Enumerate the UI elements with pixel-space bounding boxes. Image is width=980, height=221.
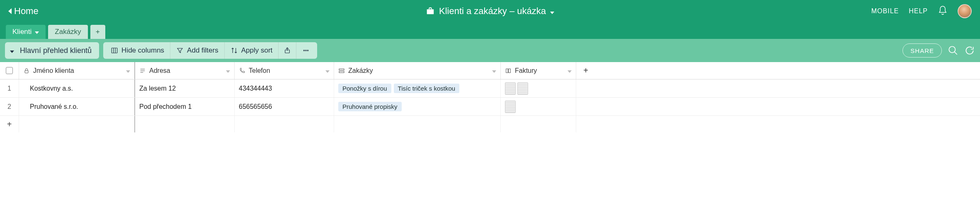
sort-icon xyxy=(230,47,238,54)
user-avatar[interactable] xyxy=(958,4,972,18)
table-row[interactable]: 2Pruhované s.r.o.Pod přechodem 165656565… xyxy=(0,98,980,116)
cell-phone[interactable]: 656565656 xyxy=(235,98,334,115)
share-icon xyxy=(284,47,291,54)
plus-icon: + xyxy=(96,28,100,36)
table-row[interactable]: 1Kostkovny a.s.Za lesem 12434344443Ponož… xyxy=(0,79,980,98)
chevron-down-icon xyxy=(126,67,130,74)
checkbox-icon xyxy=(6,67,13,74)
cell-invoices[interactable] xyxy=(501,98,576,115)
view-tools: Hide columns Add filters Apply sort xyxy=(103,42,317,59)
svg-point-4 xyxy=(306,50,306,51)
hide-columns-button[interactable]: Hide columns xyxy=(105,42,170,59)
empty-cell xyxy=(576,98,595,115)
attachment-thumbnail[interactable] xyxy=(505,101,516,113)
chevron-down-icon xyxy=(568,67,572,74)
attachment-thumbnail[interactable] xyxy=(505,82,516,95)
home-label: Home xyxy=(14,6,39,17)
cell-orders[interactable]: Ponožky s dírouTisíc triček s kostkou xyxy=(334,79,501,97)
empty-cell xyxy=(576,116,595,132)
linked-record-chip[interactable]: Ponožky s dírou xyxy=(338,84,391,93)
empty-cell xyxy=(19,116,135,132)
app-title-dropdown[interactable]: Klienti a zakázky – ukázka xyxy=(426,6,554,17)
notifications-button[interactable] xyxy=(938,5,948,17)
refresh-icon[interactable] xyxy=(964,45,975,56)
chevron-down-icon xyxy=(35,28,39,36)
view-selector[interactable]: Hlavní přehled klientů xyxy=(5,42,99,59)
help-link[interactable]: HELP xyxy=(909,7,928,15)
column-header-orders[interactable]: Zakázky xyxy=(334,62,501,79)
column-label: Zakázky xyxy=(348,67,373,74)
more-options-button[interactable] xyxy=(296,42,315,59)
column-header-address[interactable]: Adresa xyxy=(135,62,235,79)
svg-point-3 xyxy=(304,50,305,51)
svg-point-5 xyxy=(308,50,308,51)
data-grid: Jméno klienta Adresa Telefon Zakázky Fak… xyxy=(0,62,980,132)
chevron-down-icon xyxy=(10,46,14,55)
svg-rect-10 xyxy=(506,69,508,72)
empty-cell xyxy=(576,79,595,97)
apply-sort-button[interactable]: Apply sort xyxy=(225,42,279,59)
add-row-button[interactable]: + xyxy=(0,116,19,132)
svg-rect-9 xyxy=(339,71,344,72)
svg-rect-1 xyxy=(112,48,117,53)
briefcase-icon xyxy=(426,7,435,16)
bell-icon xyxy=(938,5,948,15)
view-name: Hlavní přehled klientů xyxy=(20,46,92,55)
column-label: Adresa xyxy=(149,67,170,74)
svg-rect-11 xyxy=(509,69,511,72)
tab-zakazky[interactable]: Zakázky xyxy=(48,25,87,39)
mobile-link[interactable]: MOBILE xyxy=(871,7,899,15)
svg-rect-8 xyxy=(339,69,344,70)
chevron-down-icon xyxy=(492,67,496,74)
tab-label: Zakázky xyxy=(55,28,81,36)
add-tab-button[interactable]: + xyxy=(90,25,105,39)
lock-icon xyxy=(23,67,30,74)
cell-invoices[interactable] xyxy=(501,79,576,97)
chevron-down-icon xyxy=(226,67,230,74)
plus-icon: + xyxy=(583,66,588,75)
text-icon xyxy=(139,67,146,74)
home-button[interactable]: Home xyxy=(8,6,39,17)
share-button[interactable]: SHARE xyxy=(902,43,942,58)
empty-cell xyxy=(235,116,334,132)
attachment-thumbnail[interactable] xyxy=(517,82,528,95)
apply-sort-label: Apply sort xyxy=(241,46,273,55)
app-title: Klienti a zakázky – ukázka xyxy=(439,6,546,17)
add-filters-button[interactable]: Add filters xyxy=(170,42,225,59)
svg-rect-7 xyxy=(25,70,28,73)
cell-phone[interactable]: 434344443 xyxy=(235,79,334,97)
column-header-name[interactable]: Jméno klienta xyxy=(19,62,135,79)
empty-cell xyxy=(135,116,235,132)
column-header-phone[interactable]: Telefon xyxy=(235,62,334,79)
svg-point-6 xyxy=(949,46,955,53)
columns-icon xyxy=(111,47,118,54)
add-filters-label: Add filters xyxy=(187,46,218,55)
row-number[interactable]: 2 xyxy=(0,98,19,115)
column-label: Jméno klienta xyxy=(33,67,74,74)
attachment-icon xyxy=(505,67,512,74)
chevron-down-icon xyxy=(550,6,554,17)
cell-address[interactable]: Za lesem 12 xyxy=(135,79,235,97)
chevron-left-icon xyxy=(8,6,12,17)
tab-label: Klienti xyxy=(12,28,32,36)
search-icon[interactable] xyxy=(948,45,958,56)
cell-orders[interactable]: Pruhované propisky xyxy=(334,98,501,115)
select-all-header[interactable] xyxy=(0,62,19,79)
tab-klienti[interactable]: Klienti xyxy=(6,25,46,39)
share-action-button[interactable] xyxy=(279,42,296,59)
svg-rect-0 xyxy=(427,9,434,14)
chevron-down-icon xyxy=(325,67,330,74)
column-label: Faktury xyxy=(515,67,537,74)
hide-columns-label: Hide columns xyxy=(121,46,164,55)
cell-name[interactable]: Kostkovny a.s. xyxy=(19,79,135,97)
row-number[interactable]: 1 xyxy=(0,79,19,97)
cell-address[interactable]: Pod přechodem 1 xyxy=(135,98,235,115)
linked-record-chip[interactable]: Pruhované propisky xyxy=(338,102,402,111)
add-column-button[interactable]: + xyxy=(576,62,595,79)
cell-name[interactable]: Pruhované s.r.o. xyxy=(19,98,135,115)
linked-record-chip[interactable]: Tisíc triček s kostkou xyxy=(394,84,460,93)
filter-icon xyxy=(176,47,184,54)
phone-icon xyxy=(239,67,245,74)
empty-cell xyxy=(334,116,501,132)
column-header-invoices[interactable]: Faktury xyxy=(501,62,576,79)
